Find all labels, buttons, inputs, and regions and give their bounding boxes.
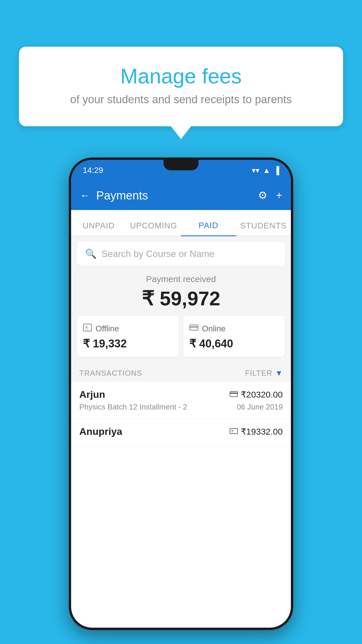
transaction-amount-wrap: ₹ ₹19332.00 [230, 426, 283, 437]
tab-bar: UNPAID UPCOMING PAID STUDENTS [71, 210, 291, 236]
svg-text:₹: ₹ [231, 429, 233, 433]
transaction-row-top: Anupriya ₹ ₹19332.00 [79, 426, 283, 437]
transaction-row-bottom: Physics Batch 12 Installment - 2 06 June… [79, 402, 283, 412]
transaction-row-top: Arjun ₹20320.00 [79, 389, 283, 400]
status-icons: ▾▾ ▲ ▐ [252, 166, 279, 175]
status-time: 14:29 [83, 166, 103, 175]
signal-icon: ▲ [263, 166, 270, 175]
app-header: ← Payments ⚙ + [71, 181, 291, 210]
svg-text:₹: ₹ [85, 326, 88, 330]
payment-total-amount: ₹ 59,972 [77, 287, 285, 310]
payment-summary: Payment received ₹ 59,972 [71, 265, 291, 316]
offline-card-header: ₹ Offline [83, 323, 173, 334]
offline-amount: ₹ 19,332 [83, 337, 173, 350]
offline-card: ₹ Offline ₹ 19,332 [77, 316, 179, 357]
add-button[interactable]: + [276, 189, 282, 202]
tab-unpaid[interactable]: UNPAID [71, 221, 126, 236]
filter-button[interactable]: FILTER ▼ [245, 369, 283, 378]
bubble-title: Manage fees [34, 64, 328, 88]
filter-icon: ▼ [275, 369, 283, 378]
online-card: Online ₹ 40,640 [183, 316, 285, 357]
phone-frame: 14:29 ▾▾ ▲ ▐ ← Payments ⚙ + UNPAID UPCOM… [69, 158, 293, 630]
transactions-label: TRANSACTIONS [79, 369, 142, 378]
payment-cards: ₹ Offline ₹ 19,332 [71, 316, 291, 363]
online-label: Online [202, 324, 226, 333]
transaction-amount: ₹19332.00 [241, 426, 283, 437]
header-left: ← Payments [80, 189, 148, 202]
online-amount: ₹ 40,640 [189, 337, 279, 350]
transaction-amount-wrap: ₹20320.00 [230, 389, 283, 400]
phone-screen: 14:29 ▾▾ ▲ ▐ ← Payments ⚙ + UNPAID UPCOM… [71, 160, 291, 628]
transaction-list: Arjun ₹20320.00 Physics [71, 382, 291, 447]
wifi-icon: ▾▾ [252, 166, 259, 175]
svg-rect-5 [230, 393, 238, 394]
bubble-subtitle: of your students and send receipts to pa… [34, 93, 328, 106]
notch [164, 160, 198, 170]
offline-icon: ₹ [83, 323, 92, 334]
transaction-item[interactable]: Anupriya ₹ ₹19332.00 [71, 419, 291, 447]
transaction-payment-icon: ₹ [230, 427, 238, 436]
battery-icon: ▐ [274, 166, 279, 175]
payment-label: Payment received [77, 274, 285, 284]
speech-bubble: Manage fees of your students and send re… [19, 47, 343, 126]
online-icon [189, 323, 198, 334]
status-bar: 14:29 ▾▾ ▲ ▐ [71, 160, 291, 181]
transaction-date: 06 June 2019 [237, 402, 283, 412]
transaction-name: Anupriya [79, 426, 122, 437]
tab-upcoming[interactable]: UPCOMING [126, 221, 181, 236]
header-right: ⚙ + [258, 189, 282, 202]
svg-rect-4 [230, 391, 238, 397]
settings-icon[interactable]: ⚙ [258, 189, 267, 202]
svg-rect-3 [190, 326, 198, 328]
transactions-header: TRANSACTIONS FILTER ▼ [71, 363, 291, 382]
search-placeholder: Search by Course or Name [101, 249, 215, 259]
back-button[interactable]: ← [80, 189, 90, 202]
tab-students[interactable]: STUDENTS [236, 221, 291, 236]
online-card-header: Online [189, 323, 279, 334]
transaction-name: Arjun [79, 389, 105, 400]
page-title: Payments [96, 189, 148, 202]
transaction-item[interactable]: Arjun ₹20320.00 Physics [71, 382, 291, 419]
transaction-course: Physics Batch 12 Installment - 2 [79, 402, 187, 412]
transaction-amount: ₹20320.00 [241, 389, 283, 400]
tab-paid[interactable]: PAID [181, 221, 236, 236]
filter-label: FILTER [245, 369, 273, 378]
offline-label: Offline [96, 324, 119, 333]
search-icon: 🔍 [85, 248, 97, 259]
transaction-payment-icon [230, 390, 238, 399]
search-bar[interactable]: 🔍 Search by Course or Name [77, 242, 285, 265]
content-area: 🔍 Search by Course or Name Payment recei… [71, 236, 291, 447]
